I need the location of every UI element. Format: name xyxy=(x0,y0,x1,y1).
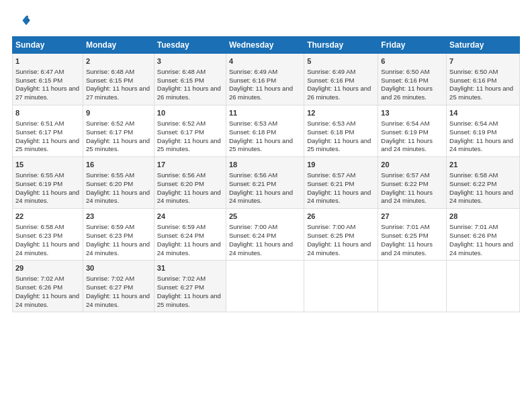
sunrise-text: Sunrise: 7:00 AM xyxy=(307,223,355,230)
daylight-text: Daylight: 11 hours and 25 minutes. xyxy=(157,292,221,308)
calendar-row: 8Sunrise: 6:51 AMSunset: 6:17 PMDaylight… xyxy=(13,105,520,157)
sunrise-text: Sunrise: 6:47 AM xyxy=(15,68,64,75)
daylight-text: Daylight: 11 hours and 24 minutes. xyxy=(86,292,150,308)
calendar-row: 22Sunrise: 6:58 AMSunset: 6:23 PMDayligh… xyxy=(13,209,520,261)
sunset-text: Sunset: 6:16 PM xyxy=(381,77,428,84)
sunrise-text: Sunrise: 6:57 AM xyxy=(307,171,355,179)
daylight-text: Daylight: 11 hours and 24 minutes. xyxy=(15,292,79,308)
col-monday: Monday xyxy=(83,37,154,54)
daylight-text: Daylight: 11 hours and 26 minutes. xyxy=(307,85,371,101)
table-cell xyxy=(378,261,447,312)
day-number: 5 xyxy=(307,56,375,66)
sunrise-text: Sunrise: 6:52 AM xyxy=(157,120,206,127)
col-tuesday: Tuesday xyxy=(154,37,226,54)
table-cell: 3Sunrise: 6:48 AMSunset: 6:15 PMDaylight… xyxy=(154,54,226,105)
day-number: 11 xyxy=(229,108,301,118)
col-friday: Friday xyxy=(378,37,447,54)
sunrise-text: Sunrise: 7:02 AM xyxy=(15,275,64,282)
sunset-text: Sunset: 6:19 PM xyxy=(449,128,496,136)
daylight-text: Daylight: 11 hours and 25 minutes. xyxy=(15,137,79,153)
day-number: 21 xyxy=(449,160,517,170)
sunset-text: Sunset: 6:16 PM xyxy=(229,77,276,84)
sunset-text: Sunset: 6:17 PM xyxy=(15,128,62,136)
table-cell: 18Sunrise: 6:56 AMSunset: 6:21 PMDayligh… xyxy=(226,157,304,209)
sunset-text: Sunset: 6:23 PM xyxy=(86,232,133,239)
table-cell: 2Sunrise: 6:48 AMSunset: 6:15 PMDaylight… xyxy=(83,54,154,105)
sunrise-text: Sunrise: 6:56 AM xyxy=(157,171,206,179)
sunrise-text: Sunrise: 6:55 AM xyxy=(15,171,64,179)
daylight-text: Daylight: 11 hours and 27 minutes. xyxy=(15,85,79,101)
header-row: Sunday Monday Tuesday Wednesday Thursday… xyxy=(13,37,520,54)
sunset-text: Sunset: 6:18 PM xyxy=(307,128,354,136)
table-cell xyxy=(447,261,520,312)
sunrise-text: Sunrise: 7:01 AM xyxy=(381,223,429,230)
col-thursday: Thursday xyxy=(304,37,378,54)
sunrise-text: Sunrise: 6:59 AM xyxy=(86,223,134,230)
sunset-text: Sunset: 6:25 PM xyxy=(381,232,428,239)
table-cell: 20Sunrise: 6:57 AMSunset: 6:22 PMDayligh… xyxy=(378,157,447,209)
sunrise-text: Sunrise: 6:48 AM xyxy=(157,68,206,75)
table-cell: 28Sunrise: 7:01 AMSunset: 6:26 PMDayligh… xyxy=(447,209,520,261)
sunrise-text: Sunrise: 6:49 AM xyxy=(307,68,355,75)
day-number: 22 xyxy=(15,212,80,222)
table-cell: 6Sunrise: 6:50 AMSunset: 6:16 PMDaylight… xyxy=(378,54,447,105)
sunrise-text: Sunrise: 6:50 AM xyxy=(449,68,498,75)
sunrise-text: Sunrise: 6:51 AM xyxy=(15,120,64,127)
sunset-text: Sunset: 6:25 PM xyxy=(307,232,354,239)
sunset-text: Sunset: 6:20 PM xyxy=(157,180,204,187)
daylight-text: Daylight: 11 hours and 25 minutes. xyxy=(157,137,221,153)
col-sunday: Sunday xyxy=(13,37,83,54)
daylight-text: Daylight: 11 hours and 24 minutes. xyxy=(157,240,221,257)
day-number: 23 xyxy=(86,212,151,222)
sunset-text: Sunset: 6:22 PM xyxy=(381,180,428,187)
day-number: 20 xyxy=(381,160,443,170)
day-number: 7 xyxy=(449,56,517,66)
day-number: 17 xyxy=(157,160,223,170)
sunset-text: Sunset: 6:21 PM xyxy=(307,180,354,187)
sunset-text: Sunset: 6:24 PM xyxy=(157,232,204,239)
sunset-text: Sunset: 6:15 PM xyxy=(86,77,133,84)
table-cell: 10Sunrise: 6:52 AMSunset: 6:17 PMDayligh… xyxy=(154,105,226,157)
table-cell: 14Sunrise: 6:54 AMSunset: 6:19 PMDayligh… xyxy=(447,105,520,157)
table-cell: 24Sunrise: 6:59 AMSunset: 6:24 PMDayligh… xyxy=(154,209,226,261)
table-cell xyxy=(304,261,378,312)
col-wednesday: Wednesday xyxy=(226,37,304,54)
sunset-text: Sunset: 6:17 PM xyxy=(157,128,204,136)
daylight-text: Daylight: 11 hours and 24 minutes. xyxy=(229,240,293,257)
sunrise-text: Sunrise: 6:53 AM xyxy=(229,120,277,127)
sunrise-text: Sunrise: 7:01 AM xyxy=(449,223,498,230)
day-number: 15 xyxy=(15,160,80,170)
daylight-text: Daylight: 11 hours and 24 minutes. xyxy=(86,189,150,205)
day-number: 16 xyxy=(86,160,151,170)
sunset-text: Sunset: 6:15 PM xyxy=(157,77,204,84)
day-number: 1 xyxy=(15,56,80,66)
sunset-text: Sunset: 6:17 PM xyxy=(86,128,133,136)
day-number: 4 xyxy=(229,56,301,66)
sunrise-text: Sunrise: 6:54 AM xyxy=(449,120,498,127)
calendar-table: Sunday Monday Tuesday Wednesday Thursday… xyxy=(12,36,520,312)
daylight-text: Daylight: 11 hours and 26 minutes. xyxy=(157,85,221,101)
sunrise-text: Sunrise: 6:53 AM xyxy=(307,120,355,127)
sunrise-text: Sunrise: 7:02 AM xyxy=(157,275,206,282)
day-number: 6 xyxy=(381,56,443,66)
sunset-text: Sunset: 6:20 PM xyxy=(86,180,133,187)
logo xyxy=(12,12,34,31)
day-number: 28 xyxy=(449,212,517,222)
sunset-text: Sunset: 6:26 PM xyxy=(449,232,496,239)
daylight-text: Daylight: 11 hours and 24 minutes. xyxy=(449,137,513,153)
daylight-text: Daylight: 11 hours and 25 minutes. xyxy=(229,137,293,153)
table-cell: 30Sunrise: 7:02 AMSunset: 6:27 PMDayligh… xyxy=(83,261,154,312)
sunrise-text: Sunrise: 6:55 AM xyxy=(86,171,134,179)
daylight-text: Daylight: 11 hours and 26 minutes. xyxy=(229,85,293,101)
table-cell: 1Sunrise: 6:47 AMSunset: 6:15 PMDaylight… xyxy=(13,54,83,105)
day-number: 14 xyxy=(449,108,517,118)
table-cell: 12Sunrise: 6:53 AMSunset: 6:18 PMDayligh… xyxy=(304,105,378,157)
table-cell: 7Sunrise: 6:50 AMSunset: 6:16 PMDaylight… xyxy=(447,54,520,105)
day-number: 26 xyxy=(307,212,375,222)
day-number: 8 xyxy=(15,108,80,118)
daylight-text: Daylight: 11 hours and 25 minutes. xyxy=(307,137,371,153)
day-number: 24 xyxy=(157,212,223,222)
sunrise-text: Sunrise: 7:00 AM xyxy=(229,223,277,230)
daylight-text: Daylight: 11 hours and 24 minutes. xyxy=(307,189,371,205)
sunset-text: Sunset: 6:19 PM xyxy=(15,180,62,187)
